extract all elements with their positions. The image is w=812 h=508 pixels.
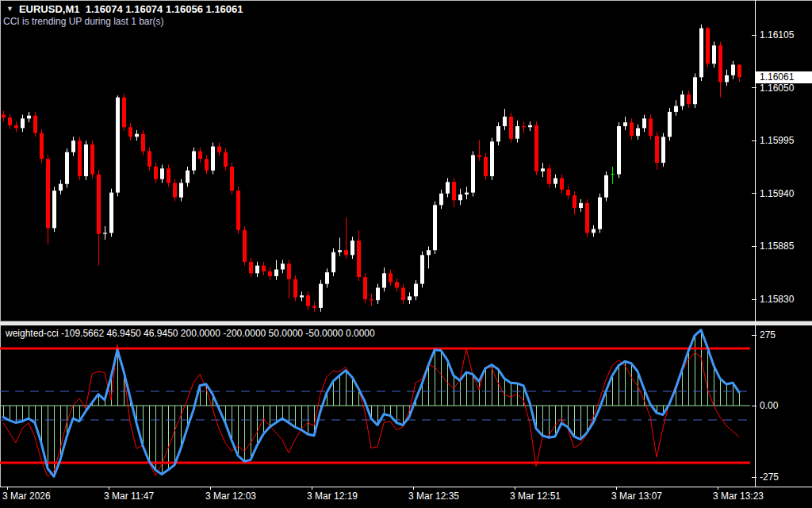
candle-body: [21, 118, 25, 128]
candle-body: [420, 255, 424, 283]
price-axis-tick: [752, 35, 756, 36]
candle-body: [712, 45, 716, 64]
candle-body: [97, 175, 101, 234]
time-axis-label: 3 Mar 13:23: [713, 491, 764, 502]
candle-body: [122, 98, 126, 128]
candle-body: [541, 168, 545, 171]
candle-body: [255, 266, 259, 274]
candle-body: [534, 125, 538, 171]
price-axis-label: 1.16105: [760, 30, 794, 40]
candle-body: [439, 194, 443, 205]
candle-body: [230, 167, 234, 190]
candle-body: [147, 152, 151, 167]
candle-body: [490, 141, 494, 176]
candle-body: [84, 144, 88, 176]
candle-body: [281, 264, 285, 269]
candle-body: [496, 126, 500, 141]
chart-symbol-period: EURUSD,M1: [19, 3, 80, 15]
candle-body: [376, 288, 380, 301]
candle-body: [560, 178, 564, 190]
price-axis-label: 1.16050: [760, 83, 794, 93]
candle-body: [585, 203, 589, 233]
candle-body: [46, 159, 50, 228]
candle-body: [14, 125, 18, 129]
candle-body: [661, 137, 665, 163]
candle-body: [179, 183, 183, 198]
time-axis-label: 3 Mar 12:03: [205, 491, 256, 502]
candle-body: [27, 116, 31, 119]
time-axis-tick: [210, 487, 211, 490]
candle-body: [217, 147, 221, 152]
cci-axis-label: 275: [760, 330, 776, 340]
candle-body: [312, 306, 316, 308]
candle-body: [198, 152, 202, 160]
cci-axis-tick: [752, 477, 756, 478]
candle-body: [573, 195, 576, 208]
candle-body: [579, 203, 583, 208]
time-axis-tick: [7, 487, 8, 490]
candle-body: [598, 198, 602, 229]
candle-body: [382, 273, 386, 287]
candle-body: [636, 129, 640, 137]
price-axis-tick: [752, 193, 756, 194]
candle-body: [363, 277, 367, 299]
time-axis-tick: [718, 487, 718, 490]
time-axis-tick: [616, 487, 617, 490]
time-axis-tick: [515, 487, 515, 490]
candle-body: [59, 184, 63, 191]
candle-body: [547, 168, 551, 183]
candle-body: [680, 94, 684, 106]
candle-body: [458, 194, 462, 200]
candle-body: [503, 117, 507, 126]
candle-body: [40, 133, 44, 160]
candle-body: [52, 190, 56, 228]
candle-body: [103, 233, 107, 233]
candle-body: [344, 250, 348, 255]
price-axis-label: 1.15885: [760, 241, 794, 251]
candle-body: [33, 116, 37, 133]
cci-axis-tick: [752, 406, 756, 406]
cci-histogram: [4, 330, 740, 477]
chart-ohlc-readout: 1.16074 1.16074 1.16056 1.16061: [86, 3, 243, 15]
candle-body: [338, 250, 342, 252]
candle-body: [300, 295, 304, 297]
candle-body: [306, 295, 310, 306]
candle-body: [236, 190, 240, 230]
time-axis-label: 3 Mar 12:35: [408, 491, 459, 502]
candle-body: [699, 29, 703, 78]
candle-body: [522, 126, 526, 127]
chart-menu-triangle-icon[interactable]: ▼: [6, 5, 13, 13]
candle-body: [262, 266, 266, 271]
candle-body: [8, 117, 12, 125]
candle-body: [515, 126, 519, 139]
price-chart-canvas[interactable]: [0, 0, 755, 321]
time-axis-border: [0, 487, 812, 487]
candle-body: [2, 115, 6, 118]
candle-body: [205, 159, 209, 171]
price-axis-label: 1.15940: [760, 189, 794, 198]
indicator-comment-text: CCI is trending UP during last 1 bar(s): [3, 16, 164, 27]
candle-body: [154, 167, 158, 179]
time-axis-tick: [413, 487, 414, 490]
candle-body: [630, 122, 634, 136]
candle-body: [674, 106, 678, 112]
candle-body: [604, 175, 608, 198]
time-axis-label: 3 Mar 12:51: [510, 491, 561, 502]
price-axis-label: 1.15830: [760, 294, 794, 304]
candle-body: [452, 182, 456, 200]
price-axis-tick: [752, 299, 756, 300]
price-axis-tick: [752, 246, 756, 247]
candle-body: [401, 288, 405, 301]
time-axis-label: 3 Mar 12:19: [307, 491, 358, 502]
candle-body: [528, 125, 532, 127]
candle-body: [249, 262, 253, 274]
price-axis-tick: [752, 140, 756, 141]
candle-body: [331, 252, 335, 272]
candle-body: [553, 178, 557, 183]
mt4-chart-window: ▼EURUSD,M1 1.16074 1.16074 1.16056 1.160…: [0, 0, 812, 508]
candle-body: [319, 284, 323, 308]
chart-title: ▼EURUSD,M1 1.16074 1.16074 1.16056 1.160…: [6, 3, 243, 15]
candle-body: [693, 77, 697, 104]
cci-indicator-canvas[interactable]: [0, 325, 755, 487]
candle-body: [160, 168, 164, 179]
